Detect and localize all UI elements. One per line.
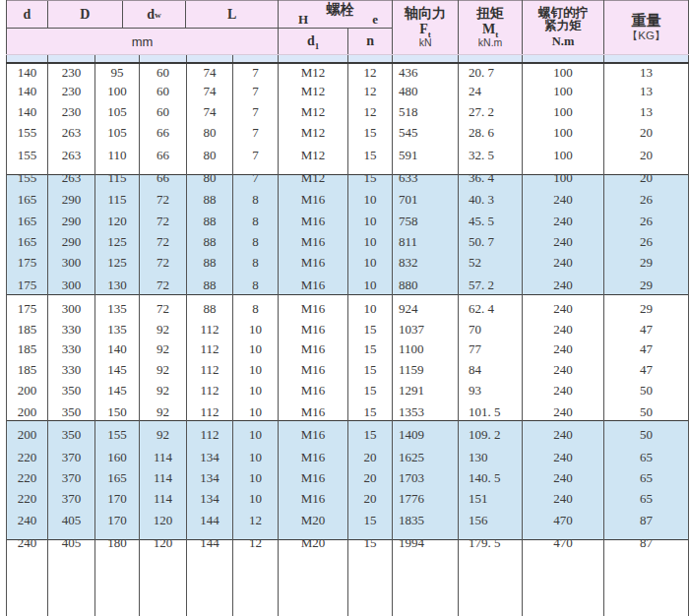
cell: M16 — [279, 400, 348, 423]
cell: 72 — [140, 189, 187, 211]
cell: 100 — [95, 81, 140, 101]
cell — [348, 554, 393, 616]
cell: M12 — [279, 63, 348, 81]
cell: 29 — [604, 273, 689, 297]
cell: 15 — [348, 359, 393, 380]
cell: 134 — [187, 447, 233, 467]
cell: 240 — [523, 447, 604, 467]
cell: M12 — [279, 122, 348, 143]
cell: M16 — [279, 211, 348, 231]
cell: 26 — [604, 189, 689, 211]
cell: 140 — [95, 339, 140, 359]
cell: 130 — [95, 273, 140, 297]
cell: 100 — [523, 81, 604, 101]
cell: 140. 5 — [459, 467, 523, 488]
cell: M12 — [279, 167, 348, 189]
cell: 29 — [604, 297, 689, 320]
cell: 405 — [48, 532, 95, 554]
cell: 10 — [348, 252, 393, 273]
cell: 370 — [48, 467, 95, 488]
cell: M16 — [279, 423, 348, 447]
cell: 240 — [523, 297, 604, 320]
table-row: 1402309560747M121243620. 710013 — [7, 63, 689, 81]
cell: 10 — [348, 189, 393, 211]
cell: 160 — [95, 447, 140, 467]
cell: 240 — [7, 532, 48, 554]
col-header-e: e — [372, 12, 378, 28]
cell: 350 — [48, 400, 95, 423]
cell: 60 — [140, 63, 187, 81]
cell: 185 — [7, 320, 48, 339]
cell: 112 — [187, 359, 233, 380]
cell: 88 — [187, 189, 233, 211]
spec-table-page: d D dw L H 螺栓 e 轴向力 Ft kN — [0, 0, 689, 616]
cell: M12 — [279, 143, 348, 167]
cell: 112 — [187, 380, 233, 400]
cell: 1835 — [393, 509, 459, 532]
cell: 300 — [48, 252, 95, 273]
cell: 470 — [523, 509, 604, 532]
cell: 100 — [523, 167, 604, 189]
cell: 112 — [187, 339, 233, 359]
cell: 220 — [7, 488, 48, 509]
table-row: 17530013072888M161088057. 224029 — [7, 273, 689, 297]
cell: 230 — [48, 101, 95, 122]
cell: 74 — [187, 63, 233, 81]
cell: 1776 — [393, 488, 459, 509]
cell: 66 — [140, 167, 187, 189]
cell: 10 — [233, 423, 279, 447]
empty-row — [7, 554, 689, 616]
cell: 7 — [233, 101, 279, 122]
cell: 350 — [48, 380, 95, 400]
cell: 1037 — [393, 320, 459, 339]
cell: 12 — [348, 63, 393, 81]
cell: 7 — [233, 143, 279, 167]
cell: 170 — [95, 488, 140, 509]
cell: 155 — [7, 122, 48, 143]
cell: 57. 2 — [459, 273, 523, 297]
cell: 175 — [7, 273, 48, 297]
cell: 112 — [187, 423, 233, 447]
table-row: 17530012572888M16108325224029 — [7, 252, 689, 273]
cell: 87 — [604, 509, 689, 532]
cell: 7 — [233, 81, 279, 101]
cell: 240 — [523, 488, 604, 509]
cell: M16 — [279, 252, 348, 273]
cell: 1994 — [393, 532, 459, 554]
cell: 220 — [7, 447, 48, 467]
cell: 165 — [7, 211, 48, 231]
table-row: 1853301459211210M161511598424047 — [7, 359, 689, 380]
cell: 470 — [523, 532, 604, 554]
cell: M16 — [279, 488, 348, 509]
cell: 155 — [95, 423, 140, 447]
cell: 112 — [187, 400, 233, 423]
table-row: 16529011572888M161070140. 324026 — [7, 189, 689, 211]
cell: 200 — [7, 400, 48, 423]
cell: M16 — [279, 359, 348, 380]
cell: 300 — [48, 273, 95, 297]
cell: 145 — [95, 380, 140, 400]
cell: M20 — [279, 532, 348, 554]
cell: 114 — [140, 447, 187, 467]
cell: 240 — [523, 320, 604, 339]
cell: 175 — [7, 297, 48, 320]
cell: 80 — [187, 167, 233, 189]
cell: 240 — [7, 509, 48, 532]
table-row: 14023010060747M12124802410013 — [7, 81, 689, 101]
cell: 880 — [393, 273, 459, 297]
cell: 66 — [140, 143, 187, 167]
col-header-H: H — [298, 12, 308, 28]
cell: 84 — [459, 359, 523, 380]
cell: 240 — [523, 380, 604, 400]
cell: 240 — [523, 359, 604, 380]
cell: 20 — [348, 488, 393, 509]
cell: 92 — [140, 400, 187, 423]
table-body: 1402309560747M121243620. 710013140230100… — [7, 63, 689, 616]
cell: 10 — [233, 400, 279, 423]
cell: 8 — [233, 252, 279, 273]
cell: 10 — [233, 380, 279, 400]
cell: 114 — [140, 488, 187, 509]
cell: 20 — [348, 467, 393, 488]
cell: 7 — [233, 63, 279, 81]
cell: 701 — [393, 189, 459, 211]
